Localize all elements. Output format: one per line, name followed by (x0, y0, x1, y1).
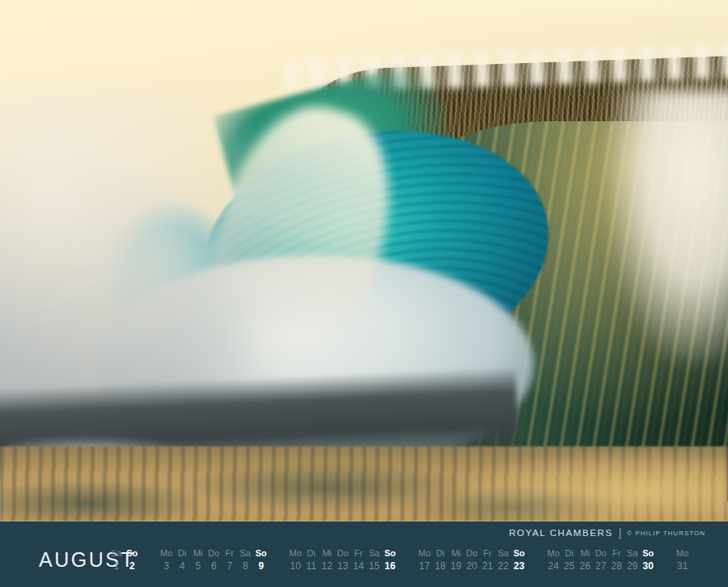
day-number: 19 (448, 560, 464, 572)
week-group: Mo31 (675, 548, 691, 572)
day-number: 21 (480, 560, 496, 572)
day-number: 17 (417, 560, 433, 572)
weekday-abbr: So (511, 548, 527, 559)
calendar-day-13: Do13 (335, 548, 351, 572)
calendar-day-7: Fr7 (222, 548, 238, 572)
weekday-abbr: Mo (159, 548, 175, 559)
weekday-abbr: Sa (238, 548, 254, 559)
weekday-abbr: Mi (448, 548, 464, 559)
day-number: 1 (108, 560, 125, 572)
day-number: 28 (609, 560, 625, 572)
calendar-day-17: Mo17 (417, 548, 433, 572)
weekday-abbr: So (383, 548, 399, 559)
calendar-weeks: Sa1So2Mo3Di4Mi5Do6Fr7Sa8So9Mo10Di11Mi12D… (108, 548, 691, 572)
calendar-day-3: Mo3 (159, 548, 175, 572)
calendar-day-21: Fr21 (480, 548, 496, 572)
calendar-day-2: So2 (125, 548, 141, 572)
calendar-day-23: So23 (511, 548, 527, 572)
day-number: 18 (433, 560, 449, 572)
calendar-day-16: So16 (383, 548, 399, 572)
day-number: 30 (641, 560, 657, 572)
day-number: 25 (561, 560, 578, 572)
photo-title: ROYAL CHAMBERS (509, 528, 612, 538)
weekday-abbr: Sa (108, 548, 125, 559)
week-group: Mo10Di11Mi12Do13Fr14Sa15So16 (288, 548, 399, 572)
foreground-water (0, 446, 728, 522)
day-number: 9 (253, 560, 269, 572)
weekday-abbr: Fr (609, 548, 625, 559)
weekday-abbr: Mi (190, 548, 206, 559)
weekday-abbr: Di (433, 548, 449, 559)
calendar-day-25: Di25 (561, 548, 578, 572)
calendar-day-24: Mo24 (546, 548, 562, 572)
day-number: 29 (624, 560, 641, 572)
day-number: 8 (238, 560, 254, 572)
day-number: 31 (675, 560, 691, 572)
weekday-abbr: Mo (675, 548, 691, 559)
weekday-abbr: Sa (496, 548, 512, 559)
day-number: 16 (383, 560, 399, 572)
day-number: 20 (464, 560, 480, 572)
day-number: 15 (366, 560, 383, 572)
calendar-day-5: Mi5 (190, 548, 206, 572)
day-number: 10 (288, 560, 304, 572)
calendar-day-28: Fr28 (609, 548, 625, 572)
calendar-day-1: Sa1 (108, 548, 125, 572)
calendar-day-14: Fr14 (351, 548, 367, 572)
wave-photo (0, 0, 728, 522)
calendar-day-6: Do6 (206, 548, 222, 572)
calendar-day-31: Mo31 (675, 548, 691, 572)
day-number: 2 (125, 560, 141, 572)
day-number: 27 (593, 560, 609, 572)
week-group: Mo24Di25Mi26Do27Fr28Sa29So30 (546, 548, 657, 572)
weekday-abbr: Fr (222, 548, 238, 559)
week-group: Sa1So2 (108, 548, 140, 572)
calendar-day-19: Mi19 (448, 548, 464, 572)
calendar-day-30: So30 (641, 548, 657, 572)
day-number: 23 (511, 560, 527, 572)
weekday-abbr: Do (335, 548, 351, 559)
weekday-abbr: Mo (288, 548, 304, 559)
day-number: 7 (222, 560, 238, 572)
spray-right (607, 89, 728, 364)
day-number: 14 (351, 560, 367, 572)
weekday-abbr: Mi (578, 548, 594, 559)
day-number: 13 (335, 560, 351, 572)
calendar-page: ROYAL CHAMBERS | © PHILIP THURSTON AUGUS… (0, 0, 728, 587)
week-group: Mo3Di4Mi5Do6Fr7Sa8So9 (159, 548, 269, 572)
weekday-abbr: Fr (480, 548, 496, 559)
day-number: 11 (303, 560, 320, 572)
calendar-day-18: Di18 (433, 548, 449, 572)
weekday-abbr: So (125, 548, 141, 559)
day-number: 12 (320, 560, 336, 572)
day-number: 3 (159, 560, 175, 572)
weekday-abbr: Di (303, 548, 320, 559)
day-number: 22 (496, 560, 512, 572)
day-number: 4 (175, 560, 191, 572)
weekday-abbr: Di (561, 548, 578, 559)
weekday-abbr: Mo (546, 548, 562, 559)
calendar-day-10: Mo10 (288, 548, 304, 572)
calendar-day-4: Di4 (175, 548, 191, 572)
weekday-abbr: Fr (351, 548, 367, 559)
weekday-abbr: Mo (417, 548, 433, 559)
weekday-abbr: Sa (624, 548, 641, 559)
calendar-day-27: Do27 (593, 548, 609, 572)
calendar-day-22: Sa22 (496, 548, 512, 572)
weekday-abbr: Do (206, 548, 222, 559)
weekday-abbr: So (253, 548, 269, 559)
calendar-day-11: Di11 (303, 548, 320, 572)
caption-separator: | (619, 527, 622, 538)
calendar-day-20: Do20 (464, 548, 480, 572)
calendar-bar: ROYAL CHAMBERS | © PHILIP THURSTON AUGUS… (0, 522, 728, 587)
day-number: 5 (190, 560, 206, 572)
weekday-abbr: Sa (366, 548, 383, 559)
calendar-day-8: Sa8 (238, 548, 254, 572)
calendar-day-12: Mi12 (320, 548, 336, 572)
weekday-abbr: So (641, 548, 657, 559)
weekday-abbr: Do (464, 548, 480, 559)
photo-credit: © PHILIP THURSTON (627, 530, 705, 537)
weekday-abbr: Mi (320, 548, 336, 559)
calendar-day-9: So9 (253, 548, 269, 572)
calendar-day-15: Sa15 (366, 548, 383, 572)
